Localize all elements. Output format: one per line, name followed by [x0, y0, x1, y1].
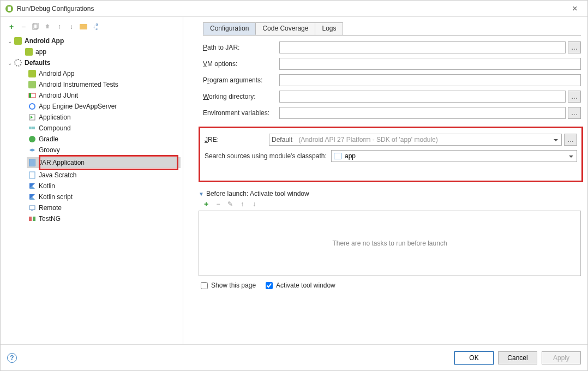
tree-node-testng[interactable]: TestNG [27, 213, 181, 224]
help-button[interactable]: ? [7, 353, 17, 363]
configuration-form: Path to JAR: … VM options: Program argum… [183, 36, 587, 125]
svg-rect-11 [29, 206, 35, 210]
scratch-icon [28, 171, 37, 179]
apply-button[interactable]: Apply [542, 351, 581, 364]
env-vars-input[interactable] [279, 107, 566, 119]
gear-icon [14, 58, 22, 67]
svg-rect-8 [29, 127, 32, 129]
kotlin-icon [28, 182, 37, 190]
jre-settings-highlight: JRE: Default (Android API 27 Platform - … [199, 127, 583, 182]
tree-node-jar-application[interactable]: JAR Application [27, 157, 181, 168]
tab-code-coverage[interactable]: Code Coverage [255, 22, 315, 35]
before-launch-header[interactable]: ▼ Before launch: Activate tool window [199, 190, 583, 198]
tree-label: Android JUnit [39, 92, 78, 99]
before-launch-toolbar: + − ✎ ↑ ↓ [202, 200, 583, 208]
tree-label: Groovy [39, 146, 60, 154]
label-jre: JRE: [205, 136, 269, 143]
tree-label: TestNG [39, 215, 61, 223]
tree-label: app [35, 48, 46, 56]
kotlin-script-icon [28, 193, 37, 201]
junit-icon [28, 91, 37, 100]
collapse-icon: ▼ [199, 191, 204, 197]
sort-az-button[interactable]: ↓az [91, 22, 100, 31]
save-config-button[interactable] [43, 22, 52, 31]
path-to-jar-input[interactable] [279, 41, 566, 53]
remove-task-button[interactable]: − [214, 200, 223, 208]
move-up-button[interactable]: ↑ [55, 22, 64, 31]
label-working-dir: Working directory: [203, 93, 279, 100]
tree-node-instrumented-tests[interactable]: Android Instrumented Tests [27, 79, 181, 90]
before-launch-section: ▼ Before launch: Activate tool window + … [199, 190, 583, 289]
tree-label: App Engine DevAppServer [39, 103, 117, 110]
android-icon [25, 47, 33, 56]
tree-node-application[interactable]: Application [27, 112, 181, 123]
tree-node-android-junit[interactable]: Android JUnit [27, 90, 181, 101]
tree-label: Android Instrumented Tests [39, 81, 118, 88]
groovy-icon [28, 146, 37, 154]
task-move-down-button[interactable]: ↓ [250, 200, 259, 208]
svg-rect-13 [29, 217, 32, 221]
tree-node-app[interactable]: app [16, 46, 181, 57]
cancel-button[interactable]: Cancel [498, 351, 537, 364]
module-icon [334, 153, 341, 159]
module-classpath-select[interactable]: app [331, 150, 577, 162]
remove-config-button[interactable]: − [19, 22, 28, 31]
svg-point-6 [29, 104, 35, 109]
tree-node-defaults[interactable]: ⌄ Defaults [5, 57, 181, 68]
tree-label: Android App [25, 37, 64, 45]
jre-value: Default [272, 136, 292, 143]
config-tree[interactable]: ⌄ Android App app ⌄ Defaults Android App… [1, 34, 183, 226]
activate-tool-window-checkbox[interactable]: Activate tool window [266, 282, 335, 289]
ok-button[interactable]: OK [454, 351, 494, 364]
svg-rect-1 [8, 7, 11, 11]
left-panel: + − ↑ ↓ ↓az ⌄ Android App app ⌄ D [1, 17, 183, 344]
config-tabs: Configuration Code Coverage Logs [203, 22, 587, 35]
move-down-button[interactable]: ↓ [67, 22, 76, 31]
tree-node-kotlin[interactable]: Kotlin [27, 181, 181, 192]
tree-node-appengine[interactable]: App Engine DevAppServer [27, 101, 181, 112]
expand-icon[interactable]: ⌄ [6, 38, 14, 44]
program-args-input[interactable] [279, 74, 581, 86]
tree-node-kotlin-script[interactable]: Kotlin script [27, 192, 181, 202]
tab-logs[interactable]: Logs [315, 22, 343, 35]
gradle-icon [28, 135, 37, 143]
tree-node-default-android-app[interactable]: Android App [27, 68, 181, 79]
compound-icon [28, 124, 37, 133]
before-launch-task-list[interactable]: There are no tasks to run before launch [199, 211, 581, 276]
tree-node-remote[interactable]: Remote [27, 202, 181, 213]
tree-node-gradle[interactable]: Gradle [27, 134, 181, 145]
tree-node-compound[interactable]: Compound [27, 123, 181, 134]
vm-options-input[interactable] [279, 58, 581, 70]
working-dir-input[interactable] [279, 91, 566, 103]
tree-node-android-app-group[interactable]: ⌄ Android App [5, 35, 181, 46]
svg-rect-9 [32, 127, 35, 129]
tab-configuration[interactable]: Configuration [203, 22, 256, 35]
browse-jre-button[interactable]: … [564, 134, 577, 146]
add-task-button[interactable]: + [202, 200, 211, 208]
expand-icon[interactable]: ⌄ [6, 60, 14, 66]
dialog-button-bar: ? OK Cancel Apply [1, 344, 587, 370]
copy-config-button[interactable] [31, 22, 40, 31]
activate-window-label: Activate tool window [276, 282, 335, 289]
jar-icon [28, 158, 37, 167]
jre-select[interactable]: Default (Android API 27 Platform - SDK o… [269, 134, 562, 146]
browse-env-vars-button[interactable]: … [568, 107, 581, 119]
tree-node-groovy[interactable]: Groovy [27, 145, 181, 155]
label-classpath: Search sources using module's classpath: [205, 152, 331, 160]
tree-label: Kotlin script [39, 193, 73, 201]
tree-label: Android App [39, 70, 74, 77]
application-icon [28, 113, 37, 122]
tree-node-java-scratch[interactable]: Java Scratch [27, 170, 181, 181]
close-button[interactable]: × [567, 1, 583, 17]
tree-label: Gradle [39, 135, 58, 143]
testng-icon [28, 214, 37, 223]
browse-jar-button[interactable]: … [568, 41, 581, 53]
browse-working-dir-button[interactable]: … [568, 91, 581, 103]
label-program-args: Program arguments: [203, 76, 279, 84]
show-this-page-checkbox[interactable]: Show this page [201, 282, 256, 289]
folder-button[interactable] [79, 22, 88, 31]
add-config-button[interactable]: + [7, 22, 16, 31]
android-icon [28, 69, 37, 78]
edit-task-button[interactable]: ✎ [226, 200, 235, 208]
task-move-up-button[interactable]: ↑ [238, 200, 247, 208]
